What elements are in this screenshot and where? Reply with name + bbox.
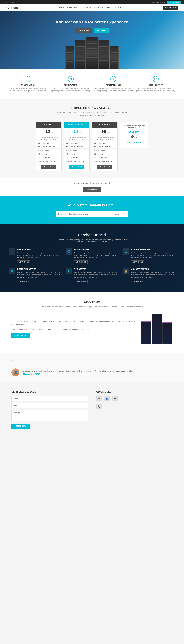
feature-recovery: 🔄 Data Recovery Lorem Ipsum is simply du…	[136, 76, 175, 92]
service-vps: 🖧 VPS SERVER Contrary to popular belief,…	[66, 268, 118, 283]
domain-title: Your Perfect Domain is Here !!	[6, 203, 178, 207]
about-image	[141, 314, 173, 344]
services-title: Services Offered	[9, 233, 175, 237]
checkout-button[interactable]: Checkout Now	[167, 1, 181, 4]
quick-links: QUICK LINKS ✉ 👥 🖥 📞	[96, 391, 173, 428]
buy-now-button[interactable]: BUY NOW	[94, 28, 109, 33]
phone-row: 📞	[96, 404, 173, 409]
pricing-cards: PERSONAL $ 10 /mo Ut wisi enim ad minim …	[6, 122, 178, 171]
domain-input[interactable]	[56, 211, 114, 217]
nav-services[interactable]: SERVICES	[82, 7, 91, 9]
support-text: 24/7 Support 010-25418796	[146, 1, 165, 3]
business-period: /mo	[107, 131, 110, 133]
get-start-button[interactable]: GET START TODAY	[124, 141, 144, 145]
vps-title: VPS SERVER	[74, 268, 118, 270]
email-icon[interactable]: ✉	[96, 396, 102, 401]
starter-period: /mo	[134, 136, 137, 138]
top-bar: Dollar English 24/7 Support 010-25418796…	[0, 0, 184, 4]
customize-section: Want some Customize Plan for your need ?…	[0, 178, 184, 196]
business-feature-6: Automatic Cloud Backups	[92, 160, 117, 163]
currency-selector[interactable]: Dollar	[3, 1, 7, 3]
personal-feature-5: 430 Email Accounts	[36, 156, 61, 160]
contact-email-input[interactable]	[11, 403, 88, 408]
personal-order-button[interactable]: ORDER NOW	[41, 165, 56, 169]
language-selector[interactable]: English	[9, 1, 14, 3]
testimonial-author: - Magna Aliqua (CEO)	[22, 373, 135, 375]
quick-links-icons: ✉ 👥 🖥	[96, 396, 173, 401]
professional-order-button[interactable]: ORDER NOW	[69, 165, 85, 169]
view-plans-button[interactable]: VIEW PLANS	[75, 28, 93, 33]
multiplatform-desc: Lorem Ipsum is simply dummy text of the …	[51, 87, 91, 92]
personal-period: /mo	[51, 131, 53, 133]
vps-desc: Contrary to popular belief, Lorem Ipsum …	[74, 271, 118, 278]
ftp-desc: Contrary to popular belief, Lorem Ipsum …	[131, 252, 175, 259]
testimonial-content: 👤 consectetur adipisicing elit, sed do e…	[11, 368, 173, 376]
ssl-learn-more[interactable]: LEARN MORE	[131, 280, 145, 283]
professional-btn-container: ORDER NOW	[64, 163, 89, 170]
fast-icon: ⚡	[110, 76, 116, 82]
quick-links-title: QUICK LINKS	[96, 391, 173, 393]
professional-period: /mo	[79, 131, 81, 133]
feature-uptime: ⏱ 99.99% Uptime Lorem Ipsum is simply du…	[9, 76, 48, 92]
personal-price: $ 10 /mo	[36, 128, 61, 136]
dedicated-title: DEDICATED SERVER	[17, 268, 61, 270]
nav-blog[interactable]: BLOG	[106, 7, 111, 9]
server-rack-5	[110, 46, 119, 69]
domain-names-content: DOMAIN NAMES Contrary to popular belief,…	[74, 248, 118, 264]
ftp-learn-more[interactable]: LEARN MORE	[131, 260, 145, 264]
services-subtitle: Lorem Ipsum is simply dummy text of the …	[56, 238, 128, 243]
professional-desc: Ut wisi enim ad minim veniam, quis nostr…	[64, 136, 89, 142]
domain-names-desc: Contrary to popular belief, Lorem Ipsum …	[74, 252, 118, 259]
professional-feature-1: 20GB Disk Space	[64, 142, 89, 145]
customize-text: Want some Customize Plan for your need ?	[4, 182, 180, 184]
about-server-visual	[141, 314, 173, 344]
contact-message-input[interactable]	[11, 410, 88, 421]
personal-currency: $	[43, 131, 45, 133]
contact-name-input[interactable]	[11, 396, 88, 401]
recovery-desc: Lorem Ipsum is simply dummy text of the …	[136, 87, 175, 92]
phone-icon: 📞	[96, 404, 102, 409]
dedicated-learn-more[interactable]: LEARN MORE	[17, 280, 30, 283]
professional-feature-4: 100 Domains	[64, 152, 89, 156]
starter-card: Looking for something simple to get star…	[120, 122, 149, 148]
professional-header: PROFESSIONAL	[64, 122, 89, 128]
fast-desc: Lorem Ipsum is simply dummy text of the …	[93, 87, 133, 92]
pricing-card-personal: PERSONAL $ 10 /mo Ut wisi enim ad minim …	[36, 122, 61, 171]
contact-us-button[interactable]: Contact Us	[83, 187, 101, 192]
professional-name: PROFESSIONAL	[66, 124, 88, 126]
professional-feature-3: Unlimited Users	[64, 148, 89, 152]
professional-price: $ 24 /mo	[64, 128, 89, 136]
client-area-button[interactable]: CLIENT AREA	[163, 6, 178, 10]
business-order-button[interactable]: ORDER NOW	[97, 165, 113, 169]
about-learn-more-button[interactable]: LEARN MORE	[11, 333, 30, 338]
personal-feature-2: 20GB Monthly Bandwidth	[36, 145, 61, 148]
nav-why-konnect[interactable]: WHY KONNECT	[67, 7, 80, 9]
top-bar-right: 24/7 Support 010-25418796 Checkout Now	[146, 1, 181, 4]
vps-learn-more[interactable]: LEARN MORE	[74, 280, 88, 283]
feature-multiplatform: ⊞ Multi-Platform Lorem Ipsum is simply d…	[51, 76, 91, 92]
dedicated-content: DEDICATED SERVER Contrary to popular bel…	[17, 268, 61, 283]
about-server-3	[163, 322, 173, 344]
web-hosting-learn-more[interactable]: LEARN MORE	[17, 260, 30, 264]
recovery-icon: 🔄	[153, 76, 159, 82]
user-icon[interactable]: 👥	[104, 396, 110, 401]
nav-support[interactable]: SUPPORT	[114, 7, 122, 9]
domain-search-button[interactable]: 🔍	[121, 211, 128, 217]
nav-home[interactable]: HOME	[59, 7, 64, 9]
pricing-subtitle: Ut wisi enim ad minim veniam, quis nostr…	[56, 111, 128, 117]
send-button[interactable]: SEND NOW	[11, 424, 30, 428]
business-price: $ 99 /mo	[92, 128, 117, 136]
ftp-content: FILE EXCHANGE FTP Contrary to popular be…	[131, 248, 175, 264]
nav-feedback[interactable]: FEEDBACK	[94, 7, 103, 9]
services-grid: 🖥 WEB HOSTING Contrary to popular belief…	[9, 248, 175, 283]
hero-section: Konnect with us for better Experience VI…	[0, 11, 184, 69]
about-server-1	[141, 321, 151, 344]
domain-names-learn-more[interactable]: LEARN MORE	[74, 260, 88, 264]
business-header: BUSINESS	[92, 122, 117, 128]
monitor-icon[interactable]: 🖥	[112, 396, 118, 401]
uptime-title: 99.99% Uptime	[9, 84, 48, 86]
header: konnect HOME WHY KONNECT SERVICES FEEDBA…	[0, 4, 184, 11]
professional-feature-6: Automatic Cloud Backups	[64, 160, 89, 163]
server-rack-2	[75, 40, 86, 69]
professional-amount: 24	[73, 129, 78, 134]
